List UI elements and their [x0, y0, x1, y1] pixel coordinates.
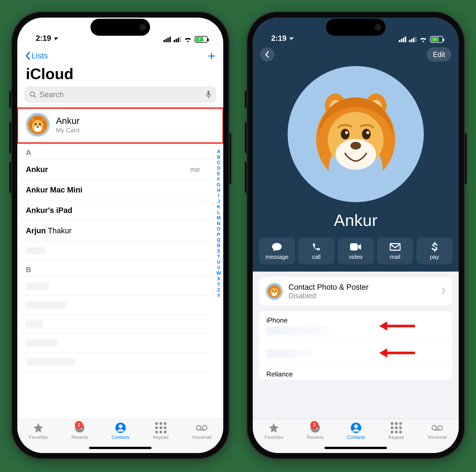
nav-bar: Edit [253, 45, 459, 62]
index-letter[interactable]: K [217, 204, 220, 210]
action-mail[interactable]: mail [377, 238, 413, 264]
list-item[interactable]: Ankur's iPad [17, 200, 208, 221]
battery-icon [430, 36, 443, 43]
action-message[interactable]: message [259, 238, 295, 264]
poster-state: Disabled [288, 292, 368, 300]
back-button[interactable] [260, 47, 274, 62]
tab-recents[interactable]: Recents 2 [71, 422, 88, 440]
tab-voicemail[interactable]: Voicemail [427, 422, 447, 440]
index-letter[interactable]: E [217, 171, 220, 177]
person-icon [115, 422, 126, 433]
svg-point-5 [35, 123, 36, 125]
index-letter[interactable]: J [217, 199, 220, 204]
index-letter[interactable]: B [217, 154, 220, 160]
tab-favorites[interactable]: Favorites [265, 422, 283, 440]
tab-recents[interactable]: Recents 2 [307, 422, 323, 440]
message-icon [271, 242, 282, 252]
signal-1-icon [163, 37, 171, 42]
index-letter[interactable]: L [217, 210, 220, 215]
list-item[interactable]: Arjun Thakur [17, 221, 208, 241]
tab-contacts[interactable]: Contacts [111, 422, 129, 440]
svg-point-13 [197, 426, 201, 430]
location-icon [287, 35, 295, 42]
dynamic-island [90, 19, 150, 36]
mail-icon [390, 243, 401, 251]
svg-point-21 [341, 129, 349, 139]
phone-card: iPhone Reliance [259, 311, 452, 380]
iphone-left: 2:19 Lists + iCloud Search [11, 11, 229, 459]
index-letter[interactable]: Y [217, 281, 220, 287]
tab-keypad[interactable]: Keypad [389, 422, 404, 440]
index-letter[interactable]: Q [217, 237, 220, 243]
recents-badge: 2 [310, 421, 318, 429]
list-item[interactable]: Ankur Mac Mini [17, 180, 208, 200]
index-letter[interactable]: O [217, 226, 220, 232]
list-item[interactable] [17, 353, 208, 372]
svg-point-14 [203, 426, 207, 430]
svg-point-36 [354, 424, 358, 428]
list-item[interactable] [17, 334, 208, 353]
add-contact-button[interactable]: + [208, 49, 215, 62]
index-letter[interactable]: H [217, 188, 220, 193]
contact-poster-card[interactable]: Contact Photo & Poster Disabled [259, 277, 452, 306]
svg-point-6 [39, 123, 41, 125]
index-letter[interactable]: C [217, 160, 220, 166]
phone-reliance-row[interactable]: Reliance [259, 365, 452, 380]
home-indicator[interactable] [325, 447, 387, 449]
video-icon [350, 243, 361, 251]
index-letter[interactable]: R [217, 243, 220, 249]
index-letter[interactable]: U [217, 259, 220, 265]
index-letter[interactable]: A [217, 149, 220, 154]
list-item[interactable] [17, 241, 208, 260]
wifi-icon [184, 36, 192, 43]
star-icon [33, 422, 44, 433]
list-item[interactable] [17, 296, 208, 315]
index-letter[interactable]: W [216, 270, 221, 276]
index-letter[interactable]: Z [217, 287, 220, 293]
tab-keypad[interactable]: Keypad [153, 422, 169, 440]
tab-voicemail[interactable]: Voicemail [192, 422, 211, 440]
index-letter[interactable]: F [217, 177, 220, 182]
index-letter[interactable]: M [217, 215, 221, 221]
my-card-row[interactable]: Ankur My Card [17, 108, 223, 143]
action-pay[interactable]: pay [416, 238, 452, 264]
index-letter[interactable]: X [217, 276, 220, 282]
tab-favorites[interactable]: Favorites [29, 422, 48, 440]
alpha-index[interactable]: ABCDEFGHIJKLMNOPQRSTUVWXYZ# [216, 149, 221, 298]
signal-1-icon [399, 37, 406, 42]
mic-icon[interactable] [206, 91, 211, 99]
list-item[interactable]: Ankur me [17, 160, 208, 180]
back-lists-button[interactable]: Lists [25, 51, 48, 60]
search-input[interactable]: Search [24, 86, 216, 103]
index-letter[interactable]: D [217, 166, 220, 171]
contacts-list[interactable]: A Ankur me Ankur Mac Mini Ankur's iPad A… [17, 143, 223, 419]
my-card-name: Ankur [56, 116, 80, 126]
search-placeholder: Search [39, 90, 64, 99]
svg-point-12 [119, 424, 122, 428]
action-video[interactable]: video [338, 238, 374, 264]
svg-point-33 [273, 292, 275, 293]
redacted-value [266, 350, 312, 358]
home-indicator[interactable] [89, 447, 151, 449]
list-item[interactable] [17, 315, 208, 334]
action-call[interactable]: call [298, 238, 334, 264]
index-letter[interactable]: V [217, 265, 220, 271]
index-letter[interactable]: T [217, 254, 220, 260]
tab-contacts[interactable]: Contacts [347, 422, 365, 440]
list-item[interactable] [17, 277, 208, 296]
edit-button[interactable]: Edit [427, 47, 451, 62]
svg-point-7 [37, 126, 39, 128]
index-letter[interactable]: G [217, 182, 220, 188]
phone-row-2[interactable] [259, 342, 452, 365]
index-letter[interactable]: S [217, 248, 220, 254]
signal-2-icon [174, 37, 181, 42]
index-letter[interactable]: N [217, 221, 220, 227]
index-letter[interactable]: I [218, 193, 220, 199]
contact-avatar[interactable] [288, 66, 424, 202]
index-letter[interactable]: # [217, 293, 220, 298]
contact-name: Ankur [253, 211, 459, 230]
index-letter[interactable]: P [217, 232, 220, 238]
svg-point-9 [41, 118, 44, 122]
annotation-arrow [379, 347, 416, 360]
phone-iphone-row[interactable]: iPhone [259, 311, 452, 342]
